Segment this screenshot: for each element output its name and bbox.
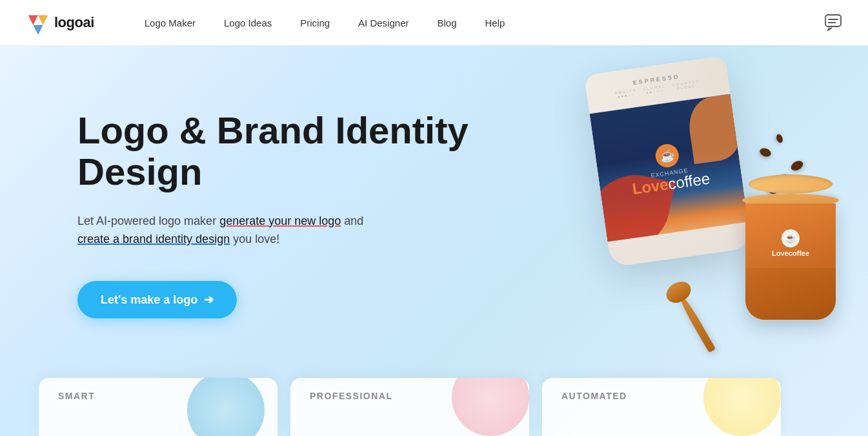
coffee-cup-mockup: ☕ Lovecoffee [739, 174, 842, 329]
coffee-spoon [677, 293, 716, 353]
nav-right [824, 14, 842, 32]
svg-rect-4 [825, 15, 841, 26]
hero-image-area: ESPRESSO FRUITY●●●○○ FLORAL●●○○○ COUNTRY… [494, 45, 868, 420]
svg-marker-3 [33, 25, 43, 35]
coffee-bean-1 [758, 147, 772, 158]
bag-col-1: FRUITY●●●○○ [615, 88, 638, 99]
navbar: logoai Logo Maker Logo Ideas Pricing AI … [0, 0, 868, 45]
nav-logo-ideas[interactable]: Logo Ideas [212, 12, 283, 34]
hero-content: Logo & Brand Identity Design Let AI-powe… [77, 110, 478, 318]
subtitle-link-brand[interactable]: create a brand identity design [77, 233, 230, 245]
bag-col-2: FLORAL●●○○○ [643, 84, 667, 95]
card-smart-label: SMART [58, 391, 95, 401]
card-professional-blob [452, 378, 529, 436]
nav-help[interactable]: Help [474, 12, 517, 34]
cta-label: Let's make a logo [101, 293, 197, 307]
hero-section: Logo & Brand Identity Design Let AI-powe… [0, 45, 868, 436]
logo-text: logoai [54, 14, 94, 31]
card-professional-label: PROFESSIONAL [310, 391, 392, 401]
card-automated-label: AUTOMATED [561, 391, 627, 401]
nav-logo-maker[interactable]: Logo Maker [133, 12, 207, 34]
logo[interactable]: logoai [26, 10, 94, 35]
cup-brand-text: Lovecoffee [772, 249, 809, 257]
subtitle-link-generate[interactable]: generate your new logo [219, 214, 341, 227]
card-smart: SMART [39, 378, 278, 436]
card-automated-blob [703, 378, 781, 436]
cta-arrow-icon: ➔ [204, 293, 214, 307]
subtitle-text-2: and [341, 214, 363, 227]
svg-marker-2 [38, 16, 48, 25]
nav-pricing[interactable]: Pricing [288, 12, 341, 34]
card-professional: PROFESSIONAL [290, 378, 529, 436]
hero-subtitle: Let AI-powered logo maker generate your … [77, 212, 478, 249]
nav-ai-designer[interactable]: AI Designer [347, 12, 420, 34]
card-smart-blob [187, 378, 265, 436]
hero-title: Logo & Brand Identity Design [77, 110, 478, 192]
coffee-bean-8 [775, 133, 783, 143]
cup-logo-circle: ☕ [782, 229, 800, 247]
chat-icon[interactable] [824, 14, 842, 32]
card-automated: AUTOMATED [542, 378, 781, 436]
nav-blog[interactable]: Blog [425, 12, 468, 34]
cup-top [749, 174, 833, 194]
cup-sleeve [745, 268, 836, 320]
coffee-bag-mockup: ESPRESSO FRUITY●●●○○ FLORAL●●○○○ COUNTRY… [584, 56, 752, 267]
bag-col-3: COUNTRYBLEND [672, 79, 701, 90]
nav-links: Logo Maker Logo Ideas Pricing AI Designe… [133, 12, 824, 34]
bag-body: ☕ EXCHANGE Lovecoffee [590, 94, 749, 242]
cup-body: ☕ Lovecoffee [745, 203, 836, 320]
svg-marker-1 [28, 16, 38, 25]
cup-logo: ☕ Lovecoffee [772, 229, 809, 257]
subtitle-text-3: you love! [230, 233, 279, 245]
coffee-bean-4 [789, 159, 805, 172]
bag-logo-area: ☕ EXCHANGE Lovecoffee [627, 139, 711, 197]
cta-button[interactable]: Let's make a logo ➔ [77, 281, 237, 318]
bottom-cards: SMART PROFESSIONAL AUTOMATED [39, 378, 868, 436]
bag-circle-logo: ☕ [654, 143, 680, 169]
subtitle-text-1: Let AI-powered logo maker [77, 214, 219, 227]
